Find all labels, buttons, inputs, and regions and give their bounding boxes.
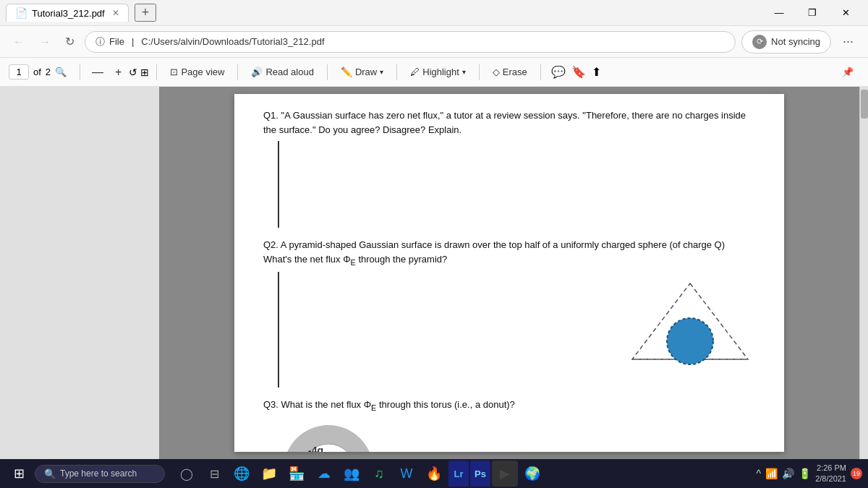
taskbar-explorer[interactable]: 📁 [256,461,282,487]
rotate-icon[interactable]: ↺ [129,67,137,78]
taskbar-cortana[interactable]: ◯ [174,461,200,487]
toolbar: of 2 🔍 — + ↺ ⊞ ⊡ Page view 🔊 Read aloud … [0,58,868,87]
maximize-button[interactable]: ❐ [796,0,829,26]
zoom-out-button[interactable]: — [88,64,108,80]
notification-badge[interactable]: 19 [851,468,862,479]
pin-icon: 📌 [842,67,854,77]
windows-logo: ⊞ [14,466,25,481]
file-label: File [109,36,124,47]
highlight-button[interactable]: 🖊 Highlight ▾ [404,64,472,80]
not-syncing-button[interactable]: ⟳ Not syncing [741,30,831,53]
bookmark-icon[interactable]: 🔖 [571,65,586,79]
zoom-in-button[interactable]: + [111,64,126,80]
taskbar-teams[interactable]: 👥 [339,461,365,487]
q3-text: Q3. What is the net flux ΦE through this… [263,398,755,414]
address-box[interactable]: ⓘ File | C:/Users/alvin/Downloads/Tutori… [85,31,736,53]
search-taskbar-icon: 🔍 [44,468,56,479]
read-aloud-icon: 🔊 [251,67,263,77]
new-tab-button[interactable]: + [135,4,157,22]
q1-text: Q1. "A Gaussian surface has zero net flu… [263,108,755,137]
page-number-input[interactable] [9,64,29,80]
taskbar-app-dark[interactable]: ▶ [492,461,518,487]
search-icon[interactable]: 🔍 [55,67,67,77]
pyramid-diagram-area [625,276,755,388]
toolbar-separator-7 [540,64,541,80]
toolbar-separator-5 [396,64,397,80]
pdf-viewer[interactable]: Q1. "A Gaussian surface has zero net flu… [159,87,859,459]
draw-chevron: ▾ [380,68,383,76]
minimize-button[interactable]: — [762,0,796,26]
taskbar-chrome[interactable]: 🌍 [519,461,545,487]
q2-text: Q2. A pyramid-shaped Gaussian surface is… [263,238,755,267]
forward-button[interactable]: → [35,33,55,51]
toolbar-separator-6 [479,64,480,80]
taskbar-apps: ◯ ⊟ 🌐 📁 🏪 ☁ 👥 ♫ W 🔥 Lr Ps ▶ 🌍 [174,461,545,487]
volume-icon[interactable]: 🔊 [782,468,794,479]
q2-answer-box [278,272,279,388]
donut-svg: -4q +2q [278,419,379,452]
donut-diagram: -4q +2q [278,419,379,452]
address-separator: | [132,36,134,47]
svg-point-2 [667,318,713,364]
draw-icon: ✏️ [341,67,352,77]
start-button[interactable]: ⊞ [6,461,32,487]
time-block[interactable]: 2:26 PM 2/8/2021 [815,463,846,485]
question-2: Q2. A pyramid-shaped Gaussian surface is… [263,238,755,388]
highlight-chevron: ▾ [462,68,466,76]
pyramid-svg [625,276,755,370]
page-of: of [33,67,41,77]
back-button[interactable]: ← [9,33,29,51]
scroll-thumb[interactable] [861,90,868,119]
toolbar-separator-1 [80,64,80,80]
share-icon[interactable]: ⬆ [592,65,601,79]
wifi-icon[interactable]: 📶 [765,468,778,479]
window-controls: — ❐ ✕ [762,0,862,26]
more-options-button[interactable]: ··· [837,31,859,52]
zoom-controls: — + ↺ ⊞ [88,64,149,80]
address-bar: ← → ↻ ⓘ File | C:/Users/alvin/Downloads/… [0,26,868,58]
taskbar-spotify[interactable]: ♫ [366,461,392,487]
page-info: of 2 🔍 [9,64,67,80]
tab-close-btn[interactable]: ✕ [112,8,119,18]
active-tab[interactable]: 📄 Tutorial3_212.pdf ✕ [6,4,129,22]
close-button[interactable]: ✕ [829,0,862,26]
battery-icon[interactable]: 🔋 [799,468,811,479]
q3-diagrams: -4q +2q +q [263,419,755,452]
taskbar-search-box[interactable]: 🔍 Type here to search [35,465,165,483]
chevron-up-icon[interactable]: ^ [757,468,762,479]
pdf-tab-icon: 📄 [15,7,27,19]
sync-icon: ⟳ [752,35,767,49]
taskbar-ps[interactable]: Ps [470,461,490,487]
file-icon: ⓘ [95,35,105,48]
taskbar-word[interactable]: W [393,461,420,487]
highlight-icon: 🖊 [410,67,420,77]
taskbar-task-view[interactable]: ⊟ [201,461,227,487]
refresh-button[interactable]: ↻ [61,32,79,51]
not-syncing-label: Not syncing [771,36,820,47]
address-path: C:/Users/alvin/Downloads/Tutorial3_212.p… [141,36,324,47]
taskbar-lr[interactable]: Lr [448,461,469,487]
main-area: Q1. "A Gaussian surface has zero net flu… [0,87,868,459]
q1-answer-box [278,141,755,228]
taskbar-edge[interactable]: 🌐 [229,461,255,487]
pin-button[interactable]: 📌 [836,64,859,80]
fit-page-icon[interactable]: ⊞ [140,67,149,78]
taskbar: ⊞ 🔍 Type here to search ◯ ⊟ 🌐 📁 🏪 ☁ 👥 ♫ … [0,459,868,488]
left-sidebar [0,87,159,459]
comment-icon[interactable]: 💬 [551,65,566,79]
read-aloud-button[interactable]: 🔊 Read aloud [245,64,320,80]
taskbar-store[interactable]: 🏪 [284,461,310,487]
erase-icon: ◇ [493,67,500,77]
taskbar-app-fire[interactable]: 🔥 [421,461,447,487]
taskbar-onedrive[interactable]: ☁ [311,461,337,487]
erase-button[interactable]: ◇ Erase [487,64,533,80]
scrollbar[interactable] [859,87,868,459]
clock-time: 2:26 PM [815,463,846,474]
tab-title: Tutorial3_212.pdf [32,8,105,19]
svg-text:-4q: -4q [308,445,323,452]
taskbar-right: ^ 📶 🔊 🔋 2:26 PM 2/8/2021 19 [757,463,862,485]
page-view-icon: ⊡ [170,67,178,77]
page-view-button[interactable]: ⊡ Page view [164,64,230,80]
system-icons: ^ 📶 🔊 🔋 [757,468,812,479]
draw-button[interactable]: ✏️ Draw ▾ [335,64,389,80]
